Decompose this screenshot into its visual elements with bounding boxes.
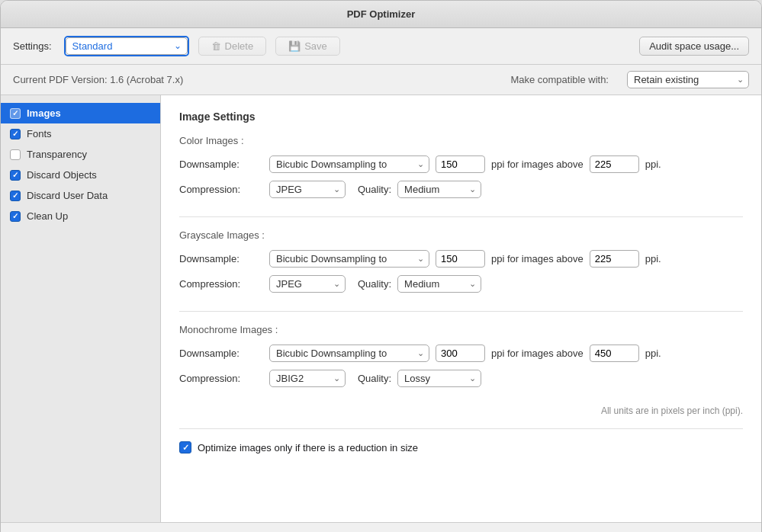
gray-ppi-end: ppi. — [645, 253, 661, 264]
delete-button[interactable]: 🗑 Delete — [198, 37, 267, 56]
pdf-version-text: Current PDF Version: 1.6 (Acrobat 7.x) — [13, 74, 183, 85]
gray-quality-select[interactable]: Medium — [397, 275, 481, 293]
sidebar-label-clean-up: Clean Up — [27, 210, 68, 222]
window-title: PDF Optimizer — [347, 8, 416, 20]
save-label: Save — [304, 40, 327, 52]
sidebar-label-discard-objects: Discard Objects — [27, 169, 97, 181]
discard-objects-checkbox[interactable] — [10, 170, 21, 181]
delete-label: Delete — [225, 40, 254, 52]
color-images-section: Color Images : Downsample: Bicubic Downs… — [179, 135, 743, 198]
mono-compression-select-container[interactable]: JBIG2 — [269, 370, 346, 387]
units-note: All units are in pixels per inch (ppi). — [179, 405, 743, 416]
color-quality-select-container[interactable]: Medium — [397, 181, 481, 198]
mono-quality-label: Quality: — [358, 373, 391, 384]
gray-downsample-select-container[interactable]: Bicubic Downsampling to — [269, 250, 429, 268]
settings-select-wrapper[interactable]: Standard — [64, 36, 189, 56]
mono-quality-select[interactable]: Lossy — [397, 370, 481, 387]
gray-compression-select-container[interactable]: JPEG — [269, 275, 346, 293]
divider-2 — [179, 311, 743, 312]
color-compression-row: Compression: JPEG Quality: Medium — [179, 181, 743, 198]
mono-ppi-above-text: ppi for images above — [491, 348, 584, 359]
info-bar: Current PDF Version: 1.6 (Acrobat 7.x) M… — [1, 65, 761, 95]
settings-select[interactable]: Standard — [66, 37, 188, 55]
clean-up-checkbox[interactable] — [10, 211, 21, 222]
mono-quality-select-container[interactable]: Lossy — [397, 370, 481, 387]
mono-compression-row: Compression: JBIG2 Quality: Lossy — [179, 370, 743, 387]
save-button[interactable]: 💾 Save — [275, 37, 340, 56]
divider-3 — [179, 428, 743, 429]
sidebar-item-clean-up[interactable]: Clean Up — [1, 206, 160, 226]
gray-compression-label: Compression: — [179, 278, 263, 290]
monochrome-images-title: Monochrome Images : — [179, 324, 743, 335]
color-quality-label: Quality: — [358, 184, 391, 195]
gray-ppi-above-text: ppi for images above — [491, 253, 584, 264]
toolbar: Settings: Standard 🗑 Delete 💾 Save Audit… — [1, 28, 761, 65]
mono-compression-select[interactable]: JBIG2 — [269, 370, 346, 387]
compat-select[interactable]: Retain existing — [627, 71, 749, 88]
trash-icon: 🗑 — [211, 40, 221, 52]
optimize-label: Optimize images only if there is a reduc… — [198, 442, 418, 453]
mono-downsample-label: Downsample: — [179, 348, 263, 359]
discard-user-data-checkbox[interactable] — [10, 191, 21, 201]
sidebar-item-fonts[interactable]: Fonts — [1, 123, 160, 144]
gray-quality-label: Quality: — [358, 278, 391, 290]
gray-downsample-select[interactable]: Bicubic Downsampling to — [269, 250, 429, 268]
fonts-checkbox[interactable] — [10, 129, 21, 139]
color-ppi-above-text: ppi for images above — [491, 159, 584, 170]
color-ppi-input[interactable] — [436, 155, 485, 173]
sidebar-label-discard-user-data: Discard User Data — [27, 190, 108, 201]
color-downsample-row: Downsample: Bicubic Downsampling to ppi … — [179, 155, 743, 173]
sidebar-label-images: Images — [27, 107, 61, 119]
sidebar-label-fonts: Fonts — [27, 128, 52, 139]
color-compression-select[interactable]: JPEG — [269, 181, 346, 198]
mono-downsample-row: Downsample: Bicubic Downsampling to ppi … — [179, 345, 743, 362]
images-checkbox[interactable] — [10, 108, 21, 119]
pdf-optimizer-window: PDF Optimizer Settings: Standard 🗑 Delet… — [0, 0, 762, 532]
mono-ppi-above-input[interactable] — [590, 345, 639, 362]
sidebar-item-discard-objects[interactable]: Discard Objects — [1, 165, 160, 185]
gray-ppi-above-input[interactable] — [590, 250, 639, 268]
gray-compression-row: Compression: JPEG Quality: Medium — [179, 275, 743, 293]
gray-compression-select[interactable]: JPEG — [269, 275, 346, 293]
compat-select-container[interactable]: Retain existing — [627, 71, 749, 88]
footer: Cancel OK — [1, 522, 761, 532]
color-ppi-end: ppi. — [645, 159, 661, 170]
settings-label: Settings: — [13, 40, 52, 52]
color-images-title: Color Images : — [179, 135, 743, 146]
grayscale-images-section: Grayscale Images : Downsample: Bicubic D… — [179, 229, 743, 293]
grayscale-images-title: Grayscale Images : — [179, 229, 743, 241]
mono-downsample-select[interactable]: Bicubic Downsampling to — [269, 345, 429, 362]
content-area: Image Settings Color Images : Downsample… — [161, 95, 761, 522]
audit-button[interactable]: Audit space usage... — [639, 37, 749, 56]
gray-downsample-label: Downsample: — [179, 253, 263, 264]
mono-compression-label: Compression: — [179, 373, 263, 384]
sidebar-item-images[interactable]: Images — [1, 103, 160, 123]
gray-downsample-row: Downsample: Bicubic Downsampling to ppi … — [179, 250, 743, 268]
optimize-checkbox-row: Optimize images only if there is a reduc… — [179, 441, 743, 453]
gray-ppi-input[interactable] — [436, 250, 485, 268]
color-quality-select[interactable]: Medium — [397, 181, 481, 198]
color-downsample-label: Downsample: — [179, 159, 263, 170]
optimize-checkbox[interactable] — [179, 441, 191, 453]
section-title: Image Settings — [179, 111, 743, 123]
divider-1 — [179, 216, 743, 217]
transparency-checkbox[interactable] — [10, 149, 21, 160]
main-content: Images Fonts Transparency Discard Object… — [1, 95, 761, 522]
mono-ppi-end: ppi. — [645, 348, 661, 359]
color-downsample-select-container[interactable]: Bicubic Downsampling to — [269, 155, 429, 173]
sidebar-item-discard-user-data[interactable]: Discard User Data — [1, 185, 160, 206]
color-downsample-select[interactable]: Bicubic Downsampling to — [269, 155, 429, 173]
titlebar: PDF Optimizer — [1, 1, 761, 28]
audit-label: Audit space usage... — [649, 40, 739, 52]
mono-ppi-input[interactable] — [436, 345, 485, 362]
save-icon: 💾 — [288, 40, 301, 52]
sidebar-label-transparency: Transparency — [27, 149, 87, 160]
color-compression-label: Compression: — [179, 184, 263, 195]
color-compression-select-container[interactable]: JPEG — [269, 181, 346, 198]
gray-quality-select-container[interactable]: Medium — [397, 275, 481, 293]
mono-downsample-select-container[interactable]: Bicubic Downsampling to — [269, 345, 429, 362]
monochrome-images-section: Monochrome Images : Downsample: Bicubic … — [179, 324, 743, 387]
sidebar-item-transparency[interactable]: Transparency — [1, 144, 160, 165]
color-ppi-above-input[interactable] — [590, 155, 639, 173]
compat-label: Make compatible with: — [510, 74, 609, 85]
